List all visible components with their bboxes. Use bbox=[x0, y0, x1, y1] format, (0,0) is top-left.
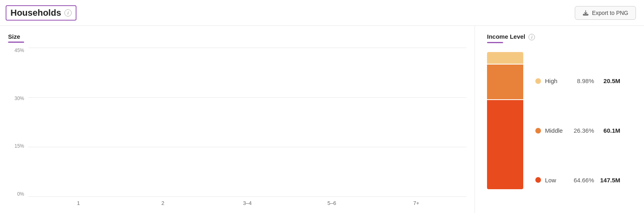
income-underline bbox=[487, 42, 503, 43]
income-info-icon[interactable]: i bbox=[528, 34, 535, 40]
legend-pct-middle: 26.36% bbox=[573, 127, 594, 134]
export-button[interactable]: Export to PNG bbox=[575, 6, 636, 20]
size-chart-section: Size 45% 30% 15% 0% bbox=[0, 26, 475, 213]
title-block: Households i bbox=[6, 5, 76, 21]
y-label-30: 30% bbox=[14, 96, 24, 101]
page-container: Households i Export to PNG Size 45% bbox=[0, 0, 644, 213]
content-area: Size 45% 30% 15% 0% bbox=[0, 26, 644, 213]
legend-pct-low: 64.66% bbox=[573, 177, 594, 184]
x-label-56: 5–6 bbox=[289, 197, 374, 209]
y-axis: 45% 30% 15% 0% bbox=[8, 48, 28, 209]
bars-container: 1 2 3–4 5–6 7+ bbox=[28, 48, 466, 209]
size-underline bbox=[8, 42, 24, 43]
x-label-1: 1 bbox=[36, 197, 121, 209]
stacked-bar bbox=[487, 52, 523, 189]
stack-middle bbox=[487, 65, 523, 100]
income-title-text: Income Level bbox=[487, 33, 525, 40]
legend-label-high: High bbox=[545, 77, 569, 84]
size-section-title: Size bbox=[8, 33, 466, 40]
stack-high bbox=[487, 52, 523, 65]
legend-item-low: Low 64.66% 147.5M bbox=[535, 177, 636, 184]
x-labels: 1 2 3–4 5–6 7+ bbox=[28, 197, 466, 209]
legend-pct-high: 8.98% bbox=[573, 77, 594, 84]
bar-chart-area: 45% 30% 15% 0% bbox=[8, 48, 466, 209]
legend-dot-middle bbox=[535, 128, 541, 134]
legend-label-low: Low bbox=[545, 177, 569, 184]
legend-list: High 8.98% 20.5M Middle 26.36% 60.1M Low… bbox=[535, 52, 636, 209]
bars-row bbox=[28, 48, 466, 197]
income-content: High 8.98% 20.5M Middle 26.36% 60.1M Low… bbox=[487, 52, 636, 209]
x-label-34: 3–4 bbox=[205, 197, 290, 209]
header: Households i Export to PNG bbox=[0, 0, 644, 26]
legend-count-middle: 60.1M bbox=[598, 127, 620, 134]
bar-chart-inner: 45% 30% 15% 0% bbox=[8, 48, 466, 209]
income-section: Income Level i High bbox=[475, 26, 644, 213]
x-label-7plus: 7+ bbox=[374, 197, 458, 209]
legend-label-middle: Middle bbox=[545, 127, 569, 134]
title-info-icon[interactable]: i bbox=[64, 9, 72, 17]
x-label-2: 2 bbox=[121, 197, 205, 209]
stack-low bbox=[487, 100, 523, 189]
y-label-45: 45% bbox=[14, 48, 24, 53]
page-title: Households bbox=[10, 8, 61, 18]
legend-dot-low bbox=[535, 177, 541, 183]
export-label: Export to PNG bbox=[592, 10, 628, 16]
legend-count-high: 20.5M bbox=[598, 77, 620, 84]
income-section-title: Income Level i bbox=[487, 33, 636, 40]
export-icon bbox=[582, 10, 589, 16]
legend-item-middle: Middle 26.36% 60.1M bbox=[535, 127, 636, 134]
legend-dot-high bbox=[535, 78, 541, 84]
legend-item-high: High 8.98% 20.5M bbox=[535, 77, 636, 84]
y-label-0: 0% bbox=[17, 191, 24, 197]
y-label-15: 15% bbox=[14, 143, 24, 149]
legend-count-low: 147.5M bbox=[598, 177, 620, 184]
